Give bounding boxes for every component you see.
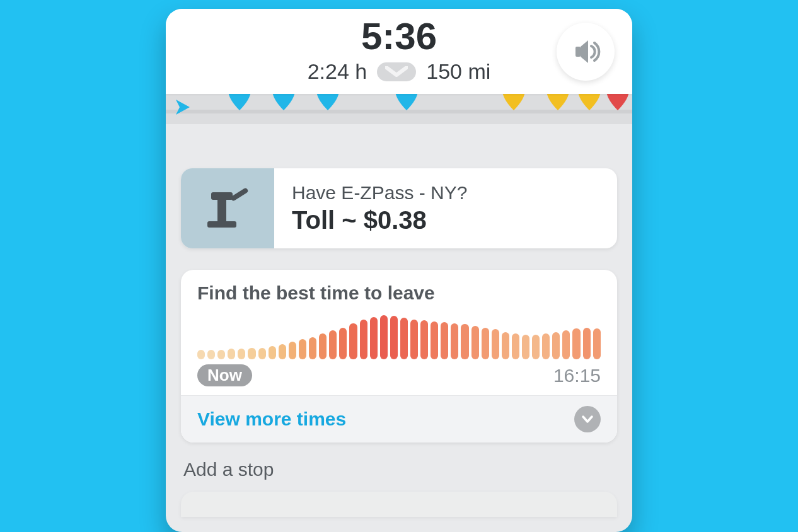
best-time-card: Find the best time to leave Now 16:15 Vi… [181,270,617,442]
collapse-handle-icon[interactable] [377,62,416,81]
forecast-bar [441,322,448,359]
forecast-end-time: 16:15 [553,365,601,386]
forecast-bar [319,333,327,359]
svg-rect-3 [207,221,236,228]
forecast-bar [522,335,529,359]
forecast-bar [217,350,225,359]
speaker-icon [570,37,601,67]
forecast-bar [299,339,306,359]
forecast-bar [228,349,235,359]
route-summary-panel: 5:36 2:24 h 150 mi [166,9,632,532]
forecast-bar [329,330,337,359]
forecast-bar [502,332,509,359]
forecast-bar [258,348,266,359]
toll-booth-icon [181,168,274,248]
forecast-bar [279,344,286,359]
trip-distance: 150 mi [426,59,490,84]
forecast-bar [461,324,468,359]
forecast-bar [532,335,540,359]
forecast-bar [572,328,580,359]
forecast-bar [207,350,215,359]
sound-button[interactable] [557,23,615,81]
trip-summary-row: 2:24 h 150 mi [181,59,617,84]
trip-duration: 2:24 h [308,59,367,84]
eta-header: 5:36 2:24 h 150 mi [166,9,632,94]
toll-question: Have E-ZPass - NY? [292,182,599,204]
forecast-bar [289,342,296,359]
forecast-bar [552,332,560,359]
forecast-bar [562,330,570,359]
current-position-icon [173,98,192,119]
svg-rect-4 [230,187,249,202]
view-more-times-button[interactable]: View more times [181,395,617,442]
svg-rect-0 [575,47,581,57]
toll-text: Have E-ZPass - NY? Toll ~ $0.38 [274,168,617,248]
forecast-bar [360,320,367,359]
forecast-bar [542,333,550,359]
forecast-bar [451,323,458,359]
route-traffic-strip[interactable] [166,94,632,124]
forecast-bar [431,321,438,359]
forecast-bar [390,316,398,359]
eta-time: 5:36 [181,18,617,55]
forecast-bar [482,328,489,359]
forecast-bar [339,328,347,359]
forecast-bar [471,326,479,359]
chevron-down-icon [574,406,601,432]
toll-card[interactable]: Have E-ZPass - NY? Toll ~ $0.38 [181,168,617,248]
forecast-bar [410,320,418,359]
forecast-bar [420,320,428,359]
forecast-bar [269,346,276,359]
forecast-bar [380,315,388,359]
best-time-title: Find the best time to leave [197,282,601,304]
forecast-bar [512,333,519,359]
now-pill: Now [197,364,252,386]
body-area: Have E-ZPass - NY? Toll ~ $0.38 Find the… [166,168,632,532]
forecast-bar [238,349,245,359]
add-stop-card-peek[interactable] [181,492,617,517]
add-a-stop-heading: Add a stop [181,459,617,480]
toll-estimate: Toll ~ $0.38 [292,206,599,234]
forecast-bar [197,350,205,359]
forecast-bar [400,318,408,359]
traffic-forecast-chart [197,315,601,359]
forecast-bar [248,348,255,359]
svg-rect-1 [211,192,233,200]
forecast-bar [583,328,591,359]
forecast-bar [349,323,357,359]
forecast-bar [370,317,378,359]
forecast-bar [593,328,601,359]
forecast-bar [492,329,499,359]
view-more-label: View more times [197,408,346,430]
forecast-bar [309,337,316,359]
svg-rect-2 [217,200,226,221]
